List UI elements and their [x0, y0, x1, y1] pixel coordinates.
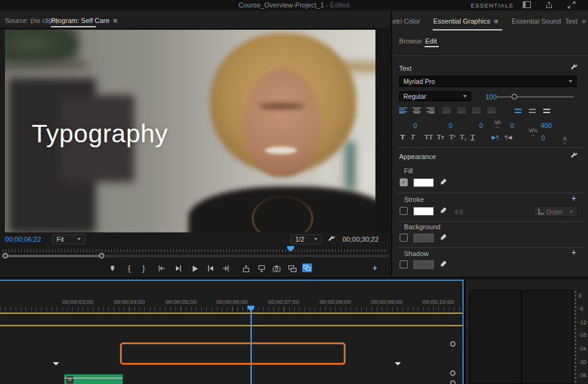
- timeline-ruler-ticks[interactable]: [0, 307, 462, 311]
- shadow-checkbox[interactable]: [400, 260, 408, 268]
- program-monitor-video[interactable]: Typography: [5, 30, 375, 232]
- audio-clip[interactable]: fx: [64, 374, 123, 384]
- play-button[interactable]: [189, 263, 200, 273]
- subscript-button[interactable]: T₁: [460, 133, 467, 140]
- ltr-text-button[interactable]: ▶¶: [492, 134, 499, 140]
- background-checkbox[interactable]: [400, 234, 408, 242]
- fill-color-swatch[interactable]: [413, 178, 434, 187]
- appearance-settings-wrench-icon[interactable]: [570, 152, 578, 161]
- justify-last-left-button[interactable]: [443, 107, 451, 114]
- tracking-value[interactable]: 0: [413, 122, 417, 129]
- italic-button[interactable]: T: [411, 133, 415, 140]
- playback-resolution-dropdown[interactable]: 1/2: [291, 234, 322, 244]
- align-bottom-button[interactable]: [543, 107, 551, 114]
- stroke-eyedropper-icon[interactable]: [439, 206, 448, 216]
- rtl-text-button[interactable]: ¶◀: [505, 134, 512, 140]
- go-to-in-button[interactable]: [156, 263, 167, 273]
- add-shadow-button[interactable]: +: [571, 249, 576, 256]
- font-family-dropdown[interactable]: Myriad Pro: [399, 76, 577, 87]
- panel-menu-icon[interactable]: ≡: [113, 17, 117, 24]
- align-right-button[interactable]: [426, 107, 434, 114]
- align-center-button[interactable]: [413, 107, 421, 114]
- tab-lumetri-color[interactable]: Lumetri Color: [392, 17, 425, 25]
- font-size-slider-track[interactable]: [495, 96, 574, 98]
- font-size-slider-knob[interactable]: [512, 94, 517, 99]
- comparison-view-button[interactable]: [287, 263, 298, 273]
- kerning-value[interactable]: 0: [449, 122, 452, 129]
- superscript-button[interactable]: T¹: [449, 133, 456, 140]
- caption-track-border-bottom: [0, 325, 462, 326]
- align-middle-button[interactable]: [528, 107, 536, 114]
- fill-checkbox[interactable]: ✓: [400, 178, 408, 186]
- tab-essential-graphics[interactable]: Essential Graphics ≡: [433, 17, 498, 25]
- title-bar: Course_Overview-Project_1 - Edited ESSEN…: [0, 0, 588, 11]
- stroke-color-swatch[interactable]: [413, 207, 434, 216]
- graphics-tab-underline: [433, 29, 502, 30]
- subtab-browse[interactable]: Browse: [399, 37, 422, 45]
- stroke-checkbox[interactable]: [400, 207, 408, 215]
- db-label: -18: [579, 332, 586, 338]
- monitor-scrollbar-range[interactable]: [5, 255, 103, 257]
- mark-in-button[interactable]: {: [124, 263, 135, 273]
- source-monitor-tab[interactable]: Source: (no clips): [5, 17, 58, 24]
- fullscreen-icon[interactable]: [567, 1, 576, 8]
- track-scroll-handle[interactable]: [450, 370, 456, 376]
- tab-text[interactable]: Text: [565, 17, 577, 25]
- zoom-level-dropdown[interactable]: Fit: [52, 234, 85, 244]
- all-caps-button[interactable]: TT: [425, 133, 433, 140]
- step-forward-button[interactable]: [205, 263, 216, 273]
- justify-last-center-button[interactable]: [457, 107, 466, 114]
- align-top-button[interactable]: [514, 107, 522, 114]
- subtab-edit[interactable]: Edit: [425, 37, 437, 45]
- share-icon[interactable]: [545, 1, 553, 8]
- stroke-width-value[interactable]: 4.0: [454, 209, 463, 216]
- extract-button[interactable]: [256, 263, 267, 273]
- go-to-out-button[interactable]: [220, 263, 231, 273]
- premiere-window: Course_Overview-Project_1 - Edited ESSEN…: [0, 0, 588, 384]
- shadow-color-swatch[interactable]: [413, 260, 434, 269]
- add-stroke-button[interactable]: +: [571, 194, 576, 202]
- tsume-icon: A↕: [526, 170, 588, 179]
- more-tabs-chevron[interactable]: »: [582, 17, 586, 25]
- monitor-scrollbar-handle-left[interactable]: [2, 253, 8, 258]
- stroke-label: Stroke: [404, 196, 424, 203]
- tsume-value[interactable]: 0: [541, 134, 545, 142]
- lift-button[interactable]: [241, 263, 252, 273]
- underline-button[interactable]: T: [471, 133, 475, 140]
- add-marker-button[interactable]: [107, 263, 118, 273]
- panel-menu-icon[interactable]: ≡: [494, 17, 498, 25]
- baseline-shift-value[interactable]: 0: [510, 122, 514, 129]
- text-settings-wrench-icon[interactable]: [570, 63, 578, 73]
- justify-all-button[interactable]: [487, 107, 495, 114]
- workspace-panel-icon[interactable]: [523, 1, 531, 8]
- multi-view-toggle-active[interactable]: [302, 263, 312, 272]
- small-caps-button[interactable]: Tт: [437, 133, 444, 140]
- track-scroll-handle[interactable]: [450, 380, 456, 384]
- bold-button[interactable]: T: [400, 133, 405, 140]
- mark-out-button[interactable]: }: [138, 263, 149, 273]
- shadow-eyedropper-icon[interactable]: [439, 260, 448, 269]
- tab-width-value[interactable]: 400: [541, 122, 552, 129]
- tab-essential-sound[interactable]: Essential Sound: [512, 17, 561, 25]
- leading-value[interactable]: 0: [479, 122, 483, 129]
- fill-eyedropper-icon[interactable]: [439, 178, 448, 187]
- program-monitor-tab[interactable]: Program: Self Care ≡: [51, 17, 117, 24]
- monitor-mini-ruler[interactable]: [2, 246, 388, 252]
- font-style-dropdown[interactable]: Regular: [399, 91, 471, 101]
- stroke-style-dropdown[interactable]: Outer: [534, 206, 577, 217]
- justify-last-right-button[interactable]: [472, 107, 480, 114]
- align-left-button[interactable]: [399, 107, 407, 114]
- edit-point-notch: [395, 362, 401, 365]
- export-frame-camera-icon[interactable]: [271, 263, 282, 273]
- step-back-button[interactable]: [173, 263, 184, 273]
- workspace-label[interactable]: ESSENTIALS: [471, 2, 513, 9]
- meter-scale-ticks: [575, 291, 576, 384]
- current-timecode[interactable]: 00;00;06;22: [5, 235, 41, 243]
- button-editor-add-button[interactable]: +: [372, 264, 377, 272]
- background-color-swatch[interactable]: [413, 234, 434, 242]
- background-eyedropper-icon[interactable]: [439, 233, 448, 242]
- audio-volume-line[interactable]: [65, 378, 122, 378]
- monitor-scrollbar-handle-right[interactable]: [99, 253, 104, 258]
- monitor-settings-wrench-icon[interactable]: [328, 235, 336, 244]
- track-scroll-handle[interactable]: [450, 341, 456, 347]
